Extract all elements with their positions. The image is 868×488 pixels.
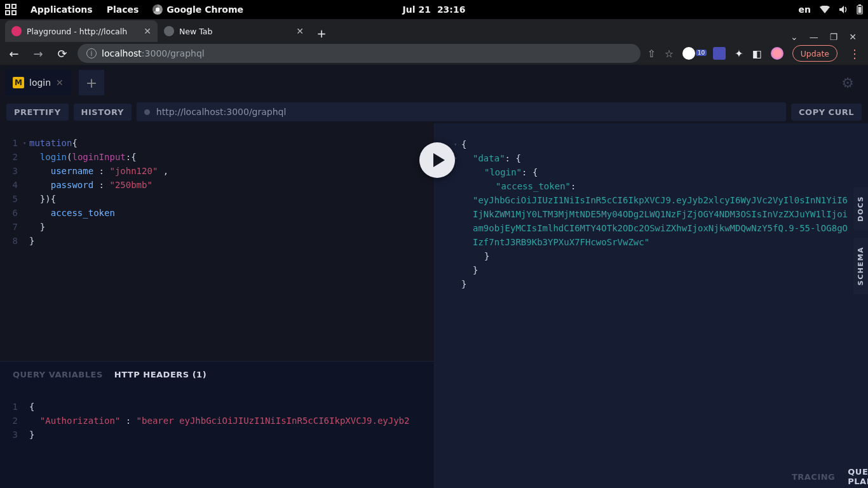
query-editor[interactable]: 1 2 3 4 5 6 7 8 ▾ mutation{ login(loginI… xyxy=(0,123,434,361)
back-button[interactable]: ← xyxy=(5,44,23,62)
extension-badge: 10 xyxy=(696,50,707,56)
playground-main: 1 2 3 4 5 6 7 8 ▾ mutation{ login(loginI… xyxy=(0,123,868,488)
playground-new-tab-button[interactable]: + xyxy=(79,70,104,95)
query-plan-tab[interactable]: QUERY PLAN xyxy=(848,467,868,486)
chrome-tab-strip: Playground - http://localh ✕ New Tab ✕ +… xyxy=(0,19,868,42)
bookmark-star-icon[interactable]: ☆ xyxy=(665,48,674,60)
window-maximize-icon[interactable]: ❐ xyxy=(830,32,838,42)
variables-panel: QUERY VARIABLES HTTP HEADERS (1) 1 2 3 {… xyxy=(0,361,434,488)
update-button[interactable]: Update xyxy=(792,45,837,62)
gnome-top-bar: Applications Places Google Chrome Jul 21… xyxy=(0,0,868,19)
chrome-toolbar: ← → ⟳ i localhost:3000/graphql ⇧ ☆ 10 ✦ … xyxy=(0,42,868,65)
volume-icon[interactable] xyxy=(839,5,848,14)
settings-gear-icon[interactable]: ⚙ xyxy=(841,75,863,91)
address-bar[interactable]: i localhost:3000/graphql xyxy=(78,44,641,63)
forward-button[interactable]: → xyxy=(29,44,47,62)
line-gutter: 1 2 3 xyxy=(6,400,23,482)
window-close-icon[interactable]: ✕ xyxy=(849,32,857,42)
tab-title: New Tab xyxy=(179,27,212,36)
chrome-menu-icon[interactable]: ⋮ xyxy=(846,47,863,60)
playground-tab-close-icon[interactable]: ✕ xyxy=(56,78,64,88)
side-panel-icon[interactable]: ◧ xyxy=(752,48,762,60)
places-menu[interactable]: Places xyxy=(107,4,139,15)
history-button[interactable]: HISTORY xyxy=(74,104,132,121)
playground-toolbar: PRETTIFY HISTORY http://localhost:3000/g… xyxy=(0,100,868,123)
clock-time: 23:16 xyxy=(437,4,466,15)
site-info-icon[interactable]: i xyxy=(86,48,97,58)
browser-tab-active[interactable]: Playground - http://localh ✕ xyxy=(5,20,158,42)
reload-button[interactable]: ⟳ xyxy=(53,44,71,62)
playground-tab-label: login xyxy=(29,78,51,88)
tab-search-icon[interactable]: ⌄ xyxy=(790,32,798,42)
schema-tab[interactable]: SCHEMA xyxy=(853,238,868,294)
share-icon[interactable]: ⇧ xyxy=(647,48,655,60)
response-viewer[interactable]: ▾ ▾ { "data": { "login": { "access_token… xyxy=(435,123,868,297)
execute-query-button[interactable] xyxy=(419,142,455,178)
query-variables-tab[interactable]: QUERY VARIABLES xyxy=(13,370,103,379)
access-token-value: "eyJhbGciOiJIUzI1NiIsInR5cCI6IkpXVCJ9.ey… xyxy=(473,195,848,247)
new-tab-button[interactable]: + xyxy=(313,24,330,42)
operation-type-badge: M xyxy=(13,77,24,88)
battery-icon[interactable] xyxy=(857,4,863,15)
chrome-window: Playground - http://localh ✕ New Tab ✕ +… xyxy=(0,19,868,65)
fold-gutter: ▾ xyxy=(23,136,29,355)
copy-curl-button[interactable]: COPY CURL xyxy=(791,104,862,121)
clock-date: Jul 21 xyxy=(403,4,431,15)
headers-editor[interactable]: 1 2 3 { "Authorization" : "bearer eyJhbG… xyxy=(0,387,434,488)
fold-gutter xyxy=(23,400,29,482)
tab-title: Playground - http://localh xyxy=(27,27,127,36)
line-gutter: 1 2 3 4 5 6 7 8 xyxy=(6,136,23,355)
browser-tab-inactive[interactable]: New Tab ✕ xyxy=(158,20,310,42)
playground-tabs: M login ✕ + ⚙ xyxy=(0,65,868,100)
extension-icon[interactable] xyxy=(713,47,726,60)
applications-menu[interactable]: Applications xyxy=(31,4,93,15)
extension-icon[interactable] xyxy=(682,47,695,60)
activities-icon[interactable] xyxy=(5,4,17,15)
query-code: mutation{ login(loginInput:{ username : … xyxy=(29,136,168,355)
endpoint-status-icon xyxy=(144,109,150,115)
newtab-favicon xyxy=(164,26,174,36)
chrome-app-indicator[interactable]: Google Chrome xyxy=(153,4,243,15)
endpoint-url: http://localhost:3000/graphql xyxy=(156,107,287,117)
headers-code: { "Authorization" : "bearer eyJhbGciOiJI… xyxy=(29,400,409,482)
profile-avatar[interactable] xyxy=(771,47,783,60)
tab-close-icon[interactable]: ✕ xyxy=(296,26,304,36)
svg-rect-1 xyxy=(858,4,861,6)
graphql-playground: M login ✕ + ⚙ PRETTIFY HISTORY http://lo… xyxy=(0,65,868,488)
keyboard-lang[interactable]: en xyxy=(799,4,811,15)
query-panel: 1 2 3 4 5 6 7 8 ▾ mutation{ login(loginI… xyxy=(0,123,435,488)
tab-close-icon[interactable]: ✕ xyxy=(144,26,151,36)
playground-favicon xyxy=(11,26,22,36)
tracing-tab[interactable]: TRACING xyxy=(792,472,835,482)
prettify-button[interactable]: PRETTIFY xyxy=(6,104,69,121)
url-text: localhost:3000/graphql xyxy=(102,48,205,58)
chrome-icon xyxy=(153,4,163,15)
http-headers-tab[interactable]: HTTP HEADERS (1) xyxy=(114,370,207,379)
clock[interactable]: Jul 21 23:16 xyxy=(403,4,466,15)
response-panel: ▾ ▾ { "data": { "login": { "access_token… xyxy=(435,123,868,488)
extensions-puzzle-icon[interactable]: ✦ xyxy=(735,48,743,60)
wifi-icon[interactable] xyxy=(820,6,830,13)
chrome-app-label: Google Chrome xyxy=(166,4,243,15)
svg-rect-2 xyxy=(858,7,862,13)
endpoint-input[interactable]: http://localhost:3000/graphql xyxy=(137,102,786,121)
window-minimize-icon[interactable]: — xyxy=(810,32,818,42)
docs-tab[interactable]: DOCS xyxy=(853,187,868,231)
playground-tab-active[interactable]: M login ✕ xyxy=(5,70,71,95)
